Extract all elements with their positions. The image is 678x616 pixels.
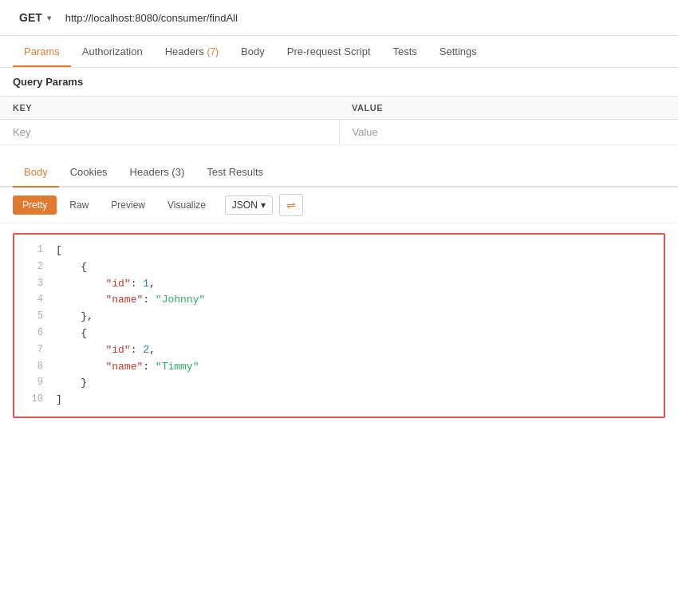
json-type-chevron: ▾ xyxy=(261,199,266,211)
url-bar: GET ▾ xyxy=(0,0,678,36)
tab-authorization[interactable]: Authorization xyxy=(71,36,154,67)
response-tabs: Body Cookies Headers (3) Test Results xyxy=(0,158,678,188)
tab-settings[interactable]: Settings xyxy=(428,36,488,67)
line-num-10: 10 xyxy=(21,392,43,407)
line-num-5: 5 xyxy=(21,309,43,324)
code-line-8: 8 "name": "Timmy" xyxy=(14,359,664,376)
tab-prerequest-label: Pre-request Script xyxy=(287,45,371,57)
code-line-10: 10 ] xyxy=(14,392,664,409)
format-bar: Pretty Raw Preview Visualize JSON ▾ ⇌ xyxy=(0,188,678,223)
code-content-4: "name": "Johnny" xyxy=(56,292,657,309)
format-raw[interactable]: Raw xyxy=(60,195,98,215)
tab-cookies-label: Cookies xyxy=(70,166,108,178)
wrap-button[interactable]: ⇌ xyxy=(279,194,303,216)
code-line-7: 7 "id": 2, xyxy=(14,342,664,359)
tab-headers-label: Headers xyxy=(165,45,207,57)
code-content-6: { xyxy=(56,326,657,342)
tab-settings-label: Settings xyxy=(440,45,477,57)
tab-prerequest[interactable]: Pre-request Script xyxy=(276,36,382,67)
tab-response-body[interactable]: Body xyxy=(13,158,59,186)
tab-cookies[interactable]: Cookies xyxy=(59,158,119,186)
line-num-8: 8 xyxy=(21,359,43,374)
method-chevron: ▾ xyxy=(47,14,51,22)
code-line-3: 3 "id": 1, xyxy=(14,276,664,293)
tab-response-headers-label: Headers xyxy=(130,166,172,178)
tab-params-label: Params xyxy=(24,45,60,57)
tab-test-results[interactable]: Test Results xyxy=(195,158,274,186)
tab-body[interactable]: Body xyxy=(230,36,276,67)
code-content-5: }, xyxy=(56,309,657,326)
code-line-4: 4 "name": "Johnny" xyxy=(14,292,664,309)
code-line-9: 9 } xyxy=(14,375,664,392)
params-table: KEY VALUE Key Value xyxy=(0,96,678,145)
line-num-7: 7 xyxy=(21,342,43,357)
tab-tests-label: Tests xyxy=(393,45,417,57)
json-code-area: 1 [ 2 { 3 "id": 1, 4 "name": "Johnny" 5 … xyxy=(13,233,665,418)
tab-test-results-label: Test Results xyxy=(207,166,263,178)
format-preview[interactable]: Preview xyxy=(101,195,155,215)
tab-body-label: Body xyxy=(241,45,265,57)
query-params-label: Query Params xyxy=(0,68,678,96)
method-label: GET xyxy=(19,11,42,24)
tab-tests[interactable]: Tests xyxy=(382,36,428,67)
line-num-4: 4 xyxy=(21,292,43,307)
response-section: Body Cookies Headers (3) Test Results Pr… xyxy=(0,158,678,418)
code-line-2: 2 { xyxy=(14,259,664,276)
top-tabs: Params Authorization Headers (7) Body Pr… xyxy=(0,36,678,68)
code-line-1: 1 [ xyxy=(14,243,664,259)
tab-response-body-label: Body xyxy=(24,166,48,178)
tab-authorization-label: Authorization xyxy=(82,45,143,57)
format-visualize[interactable]: Visualize xyxy=(158,195,215,215)
value-column-header: VALUE xyxy=(339,97,678,120)
key-cell[interactable]: Key xyxy=(0,120,339,145)
json-type-select[interactable]: JSON ▾ xyxy=(225,195,273,215)
json-type-label: JSON xyxy=(232,199,258,211)
code-content-3: "id": 1, xyxy=(56,276,657,293)
method-select[interactable]: GET ▾ xyxy=(13,8,57,27)
line-num-3: 3 xyxy=(21,276,43,291)
line-num-9: 9 xyxy=(21,375,43,390)
code-content-10: ] xyxy=(56,392,657,409)
code-content-7: "id": 2, xyxy=(56,342,657,359)
line-num-1: 1 xyxy=(21,243,43,258)
headers-badge: (7) xyxy=(207,46,219,57)
code-content-2: { xyxy=(56,259,657,276)
line-num-2: 2 xyxy=(21,259,43,274)
table-row: Key Value xyxy=(0,120,678,145)
value-cell[interactable]: Value xyxy=(339,120,678,145)
format-pretty[interactable]: Pretty xyxy=(13,195,57,215)
tab-response-headers[interactable]: Headers (3) xyxy=(119,158,196,186)
url-input[interactable] xyxy=(65,9,665,27)
tab-headers[interactable]: Headers (7) xyxy=(154,36,230,67)
line-num-6: 6 xyxy=(21,326,43,341)
code-content-8: "name": "Timmy" xyxy=(56,359,657,376)
code-line-5: 5 }, xyxy=(14,309,664,326)
code-content-1: [ xyxy=(56,243,657,259)
response-headers-badge: (3) xyxy=(171,166,184,178)
code-line-6: 6 { xyxy=(14,326,664,342)
tab-params[interactable]: Params xyxy=(13,36,71,67)
key-column-header: KEY xyxy=(0,97,339,120)
code-content-9: } xyxy=(56,375,657,392)
